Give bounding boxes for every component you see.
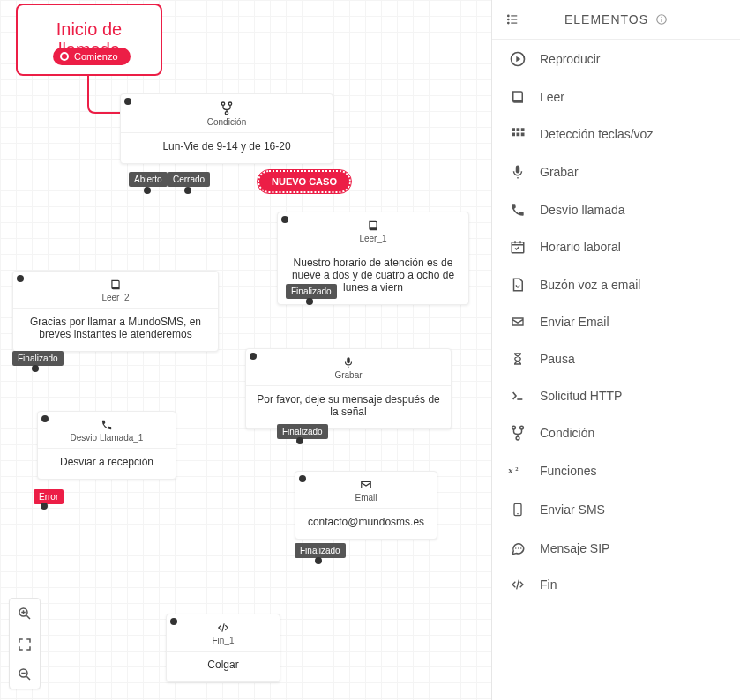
- port-out[interactable]: [296, 437, 303, 444]
- element-item-label: Mensaje SIP: [540, 541, 609, 555]
- fit-screen-button[interactable]: [10, 629, 40, 659]
- keypad-icon: [508, 126, 527, 142]
- svg-point-40: [515, 547, 517, 549]
- node-title: Desvio Llamada_1: [38, 431, 176, 448]
- svg-text:x: x: [508, 465, 513, 475]
- element-item[interactable]: Desvío llamada: [492, 191, 740, 228]
- tag-abierto[interactable]: Abierto: [129, 172, 168, 187]
- tag-finalizado[interactable]: Finalizado: [277, 424, 328, 439]
- element-item-label: Condición: [540, 426, 594, 440]
- port-out[interactable]: [144, 187, 151, 194]
- element-item[interactable]: Condición: [492, 413, 740, 452]
- node-leer2[interactable]: Leer_2 Gracias por llamar a MundoSMS, en…: [12, 271, 219, 352]
- svg-point-33: [512, 426, 516, 429]
- port-in[interactable]: [17, 275, 24, 282]
- element-item[interactable]: Mensaje SIP: [492, 530, 740, 567]
- node-condicion[interactable]: Condición Lun-Vie de 9-14 y de 16-20: [120, 93, 333, 164]
- book-icon: [508, 89, 527, 105]
- terminal-icon: [508, 389, 527, 403]
- zoom-out-button[interactable]: [10, 659, 40, 689]
- element-item[interactable]: x2Funciones: [492, 452, 740, 489]
- node-title: Email: [295, 491, 437, 508]
- port-in[interactable]: [124, 98, 131, 105]
- info-icon[interactable]: [655, 13, 668, 26]
- panel-title: ELEMENTOS: [564, 12, 648, 26]
- start-pill[interactable]: Comienzo: [53, 48, 131, 65]
- svg-rect-27: [516, 166, 520, 174]
- list-icon[interactable]: [505, 13, 520, 26]
- port-in[interactable]: [170, 618, 177, 625]
- element-item-label: Funciones: [540, 464, 597, 478]
- node-grabar[interactable]: Grabar Por favor, deje su mensaje despué…: [245, 348, 452, 429]
- tag-finalizado[interactable]: Finalizado: [12, 351, 64, 366]
- phone-icon: [508, 202, 527, 218]
- book-icon: [13, 272, 218, 291]
- node-fin[interactable]: Fin_1 Colgar: [166, 614, 280, 682]
- element-item-label: Grabar: [540, 165, 579, 179]
- node-desvio[interactable]: Desvio Llamada_1 Desviar a recepción: [37, 411, 176, 480]
- zoom-in-button[interactable]: [10, 599, 40, 629]
- port-out[interactable]: [41, 503, 48, 510]
- flow-canvas[interactable]: Inicio de llamada Comienzo Condición Lun…: [0, 0, 491, 700]
- play-circle-icon: [508, 50, 527, 68]
- node-title: Leer_1: [278, 232, 468, 249]
- element-item[interactable]: Detección teclas/voz: [492, 115, 740, 153]
- svg-point-1: [228, 102, 231, 105]
- element-item[interactable]: Leer: [492, 78, 740, 115]
- element-item-label: Enviar Email: [540, 315, 609, 329]
- element-item[interactable]: Horario laboral: [492, 228, 740, 265]
- node-title: Leer_2: [13, 291, 218, 308]
- port-in[interactable]: [281, 216, 288, 223]
- element-item-label: Buzón voz a email: [540, 278, 640, 292]
- svg-point-41: [518, 547, 519, 549]
- element-item[interactable]: Grabar: [492, 153, 740, 191]
- port-in[interactable]: [41, 415, 49, 422]
- element-item[interactable]: Solicitud HTTP: [492, 378, 740, 413]
- port-in[interactable]: [299, 475, 306, 482]
- element-item[interactable]: Enviar Email: [492, 304, 740, 339]
- port-out[interactable]: [315, 557, 322, 564]
- svg-point-2: [225, 112, 228, 115]
- port-out[interactable]: [306, 298, 313, 305]
- svg-point-34: [520, 426, 524, 429]
- element-item-label: Reproducir: [540, 52, 600, 66]
- envelope-icon: [295, 472, 437, 491]
- branch-icon: [508, 424, 527, 442]
- svg-point-42: [520, 547, 522, 549]
- element-item-label: Horario laboral: [540, 240, 621, 254]
- element-item[interactable]: Reproducir: [492, 40, 740, 78]
- svg-rect-3: [347, 357, 350, 363]
- svg-point-0: [221, 102, 224, 105]
- panel-header: ELEMENTOS: [492, 0, 740, 40]
- port-in[interactable]: [250, 353, 257, 360]
- voicemail-file-icon: [508, 276, 527, 294]
- node-email[interactable]: Email contacto@mundosms.es: [295, 471, 437, 540]
- element-item[interactable]: Buzón voz a email: [492, 265, 740, 304]
- element-item[interactable]: Fin: [492, 567, 740, 602]
- envelope-icon: [508, 315, 527, 329]
- tag-error[interactable]: Error: [34, 489, 64, 504]
- svg-rect-22: [517, 128, 520, 131]
- svg-point-19: [661, 17, 662, 18]
- elements-list: ReproducirLeerDetección teclas/vozGrabar…: [492, 40, 740, 602]
- new-case-pill[interactable]: NUEVO CASO: [258, 170, 351, 193]
- node-body: Colgar: [167, 651, 280, 681]
- port-out[interactable]: [32, 365, 39, 372]
- tag-finalizado[interactable]: Finalizado: [295, 543, 346, 558]
- svg-point-11: [508, 15, 510, 17]
- svg-line-5: [26, 615, 30, 619]
- tag-finalizado[interactable]: Finalizado: [286, 284, 337, 299]
- element-item-label: Solicitud HTTP: [540, 389, 622, 403]
- code-slash-icon: [508, 577, 527, 592]
- smartphone-icon: [508, 500, 527, 519]
- elements-panel: ELEMENTOS ReproducirLeerDetección teclas…: [491, 0, 740, 700]
- chat-bubble-icon: [508, 540, 527, 556]
- element-item[interactable]: Pausa: [492, 339, 740, 378]
- book-icon: [278, 212, 468, 232]
- element-item[interactable]: Enviar SMS: [492, 489, 740, 530]
- node-body: Gracias por llamar a MundoSMS, en breves…: [13, 308, 218, 351]
- port-out[interactable]: [184, 187, 191, 194]
- tag-cerrado[interactable]: Cerrado: [168, 172, 210, 187]
- svg-rect-21: [512, 128, 515, 131]
- node-title: Fin_1: [167, 634, 280, 651]
